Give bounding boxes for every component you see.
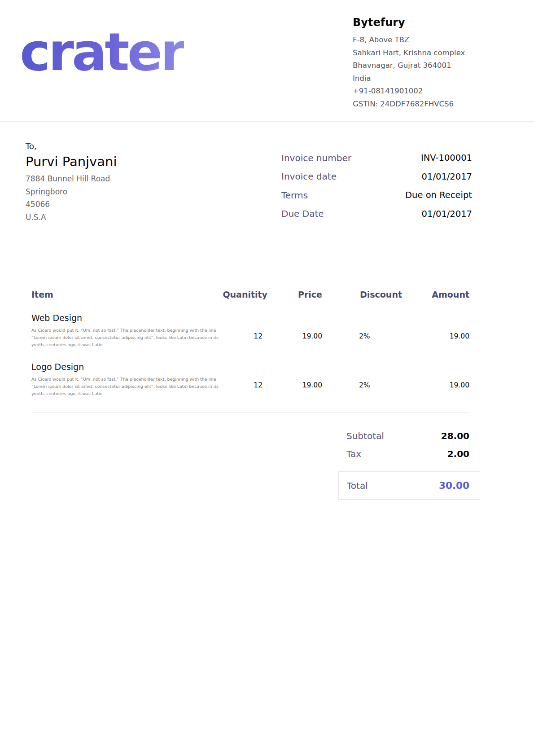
col-header-quantity: Quanitity [218,290,267,299]
total-box: Total 30.00 [338,471,480,500]
invoice-date-label: Invoice date [281,171,337,182]
customer-address-line: Springboro [26,185,214,198]
due-date-row: Due Date 01/01/2017 [281,205,472,224]
company-name: Bytefury [353,16,523,29]
company-address-line: Bhavnagar, Gujrat 364001 [353,59,523,72]
tax-row: Tax 2.00 [346,448,469,459]
customer-address-line: U.S.A [26,211,214,224]
customer-address-line: 45066 [26,198,214,211]
invoice-number-value: INV-100001 [421,153,472,163]
item-cell: Web Design As Cicero would put it, “Um, … [31,311,218,348]
item-quantity: 12 [218,360,267,397]
table-divider [31,412,469,413]
subtotal-label: Subtotal [346,431,384,441]
item-amount: 19.00 [402,311,469,348]
company-block: Bytefury F-8, Above TBZ Sahkari Hart, Kr… [353,16,523,110]
tax-label: Tax [346,448,361,459]
tax-value: 2.00 [447,448,469,459]
company-address-line: Sahkari Hart, Krishna complex [353,47,523,60]
terms-row: Terms Due on Receipt [281,186,472,205]
table-row: Logo Design As Cicero would put it, “Um,… [31,360,469,397]
invoice-header: crater Bytefury F-8, Above TBZ Sahkari H… [0,0,534,122]
terms-value: Due on Receipt [405,190,472,200]
col-header-amount: Amount [402,290,469,299]
item-cell: Logo Design As Cicero would put it, “Um,… [31,360,218,397]
col-header-discount: Discount [322,290,402,299]
company-gstin: GSTIN: 24DDF7682FHVCS6 [353,98,523,111]
item-name: Web Design [31,311,218,325]
total-label: Total [347,480,368,491]
due-date-label: Due Date [281,208,324,219]
item-name: Logo Design [31,360,218,374]
company-address-line: India [353,72,523,85]
table-row: Web Design As Cicero would put it, “Um, … [31,311,469,348]
invoice-date-row: Invoice date 01/01/2017 [281,167,472,186]
subtotal-value: 28.00 [441,431,469,441]
col-header-price: Price [267,290,322,299]
invoice-number-label: Invoice number [281,153,351,163]
item-amount: 19.00 [402,360,469,397]
items-section: Item Quanitity Price Discount Amount Web… [31,290,469,500]
subtotal-row: Subtotal 28.00 [346,431,469,441]
invoice-date-value: 01/01/2017 [422,171,472,182]
crater-logo: crater [20,26,184,78]
invoice-page: crater Bytefury F-8, Above TBZ Sahkari H… [0,0,534,756]
items-table-header: Item Quanitity Price Discount Amount [31,290,469,299]
invoice-meta: Invoice number INV-100001 Invoice date 0… [281,149,472,223]
terms-label: Terms [281,190,308,201]
item-description: As Cicero would put it, “Um, not so fast… [31,327,223,348]
customer-name: Purvi Panjvani [26,152,214,171]
item-discount: 2% [322,360,402,397]
item-discount: 2% [322,311,402,348]
customer-address-line: 7884 Bunnel Hill Road [26,172,214,185]
total-value: 30.00 [439,480,469,491]
item-description: As Cicero would put it, “Um, not so fast… [31,376,223,397]
item-price: 19.00 [267,360,322,397]
company-address-line: F-8, Above TBZ [353,34,523,47]
bill-to-block: To, Purvi Panjvani 7884 Bunnel Hill Road… [26,140,214,224]
item-quantity: 12 [218,311,267,348]
due-date-value: 01/01/2017 [422,209,472,219]
col-header-item: Item [31,290,218,299]
invoice-number-row: Invoice number INV-100001 [281,149,472,167]
company-phone: +91-08141901002 [353,85,523,98]
bill-to-label: To, [26,140,214,152]
item-price: 19.00 [267,311,322,348]
